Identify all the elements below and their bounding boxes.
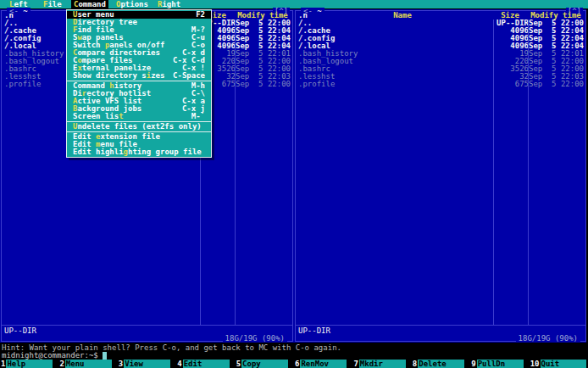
fn-key-label: View: [124, 360, 170, 368]
mc-screen: LeftFileCommandOptionsRight <- ~ [^] .n …: [0, 0, 588, 368]
label-text: ommand: [78, 0, 106, 8]
menubar-item-file[interactable]: File: [41, 0, 64, 8]
menubar-item-right[interactable]: Right: [155, 0, 183, 8]
menu-shortcut: [202, 123, 207, 131]
fn-key-label: RenMov: [300, 360, 347, 368]
file-mtime: Sep 5 22:00: [529, 81, 585, 88]
fn-key-label: Delete: [418, 360, 464, 368]
label-text: ight: [162, 0, 180, 8]
label-text: ndelete files (ext2fs only): [77, 123, 201, 131]
menu-shortcut: C-Space: [168, 72, 205, 80]
free-space-label: 18G/19G (90%): [223, 335, 287, 343]
column-header-name[interactable]: Name: [313, 12, 491, 20]
fn-key-6[interactable]: 6RenMov: [294, 360, 352, 368]
fn-key-number: 8: [412, 360, 418, 368]
fn-key-label: Copy: [241, 360, 288, 368]
file-name: .bash_history: [297, 50, 494, 58]
file-name: /.local: [297, 42, 494, 50]
fn-key-1[interactable]: 1Help: [0, 360, 58, 368]
file-size: 675: [494, 81, 529, 88]
fn-key-3[interactable]: 3View: [118, 360, 176, 368]
column-divider: [528, 20, 529, 325]
fn-key-label: Menu: [65, 360, 112, 368]
file-name: .bash_logout: [297, 58, 494, 65]
fn-key-number: 10: [530, 360, 541, 368]
mini-status-divider: [296, 325, 585, 326]
fn-key-label: Edit: [183, 360, 230, 368]
fn-key-2[interactable]: 2Menu: [58, 360, 117, 368]
function-key-bar: 1Help2Menu3View4Edit5Copy6RenMov7Mkdir8D…: [0, 360, 588, 368]
panel-right: <- ~ [^] .n Name Size Modify time /..UP-…: [295, 10, 586, 342]
file-row-profile[interactable]: .profile675Sep 5 22:00: [297, 81, 585, 88]
fn-key-5[interactable]: 5Copy: [236, 360, 294, 368]
fn-key-number: 7: [352, 360, 358, 368]
label-text: ptions: [120, 0, 148, 8]
label-text: zes: [151, 72, 164, 80]
fn-key-4[interactable]: 4Edit: [176, 360, 235, 368]
fn-key-number: 9: [470, 360, 476, 368]
file-mtime: Sep 5 22:00: [236, 81, 291, 88]
file-name: /.config: [297, 35, 494, 42]
label-text: ile: [47, 0, 61, 8]
fn-key-label: Mkdir: [359, 360, 406, 368]
fn-key-number: 3: [118, 360, 124, 368]
menu-item-screen-list[interactable]: Screen listM-`: [67, 113, 211, 120]
hotkey-letter: t: [119, 113, 123, 120]
text-cursor: [103, 352, 107, 360]
file-name: /.cache: [297, 27, 494, 35]
fn-key-8[interactable]: 8Delete: [412, 360, 470, 368]
fn-key-number: 2: [58, 360, 64, 368]
mini-status-divider: [2, 325, 292, 326]
fn-key-number: 4: [176, 360, 182, 368]
fn-key-7[interactable]: 7Mkdir: [352, 360, 411, 368]
panel-right-rows: /..UP--DIRSep 5 22:00/.cache4096Sep 5 22…: [297, 20, 585, 88]
menu-shortcut: F2: [191, 11, 205, 19]
column-divider: [493, 20, 494, 325]
label-text: Edit highli: [73, 148, 124, 156]
menu-shortcut: M-`: [186, 113, 205, 120]
fn-key-number: 1: [0, 360, 6, 368]
file-name: .bashrc: [297, 65, 494, 73]
free-space-label: 18G/19G (90%): [516, 335, 580, 343]
sort-indicator: .n: [298, 12, 308, 20]
file-name: .profile: [297, 81, 494, 88]
label-text: Screen lis: [73, 113, 119, 120]
menubar-item-options[interactable]: Options: [114, 0, 151, 8]
fn-key-label: PullDn: [477, 360, 524, 368]
shell-prompt[interactable]: midnight@commander:~$: [2, 352, 107, 360]
fn-key-number: 6: [294, 360, 300, 368]
menubar-item-command[interactable]: Command: [71, 0, 108, 8]
file-name: .lesshst: [297, 73, 494, 81]
fn-key-label: Quit: [541, 360, 587, 368]
mini-status: UP--DIR: [298, 327, 330, 335]
column-divider: [235, 20, 236, 325]
menu-item-undelete-files-ext2fs-only[interactable]: Undelete files (ext2fs only): [67, 123, 211, 131]
menu-item-edit-highlighting-group-file[interactable]: Edit highlighting group file: [67, 148, 211, 156]
menu-item-show-directory-sizes[interactable]: Show directory sizesC-Space: [67, 72, 211, 80]
menu-shortcut: [200, 133, 205, 141]
fn-key-9[interactable]: 9PullDn: [470, 360, 529, 368]
label-text: Show directory s: [73, 72, 147, 80]
command-menu-dropdown: User menuF2Directory treeFind fileM-?Swa…: [66, 9, 212, 158]
fn-key-label: Help: [6, 360, 53, 368]
mini-status: UP--DIR: [4, 327, 36, 335]
menu-shortcut: [202, 148, 207, 156]
fn-key-10[interactable]: 10Quit: [530, 360, 588, 368]
fn-key-number: 5: [236, 360, 241, 368]
sort-indicator: .n: [4, 12, 14, 20]
prompt-text: midnight@commander:~$: [2, 351, 103, 360]
menu-bar: LeftFileCommandOptionsRight: [0, 0, 588, 8]
file-name: /..: [297, 20, 494, 27]
label-text: hting group file: [128, 148, 202, 156]
